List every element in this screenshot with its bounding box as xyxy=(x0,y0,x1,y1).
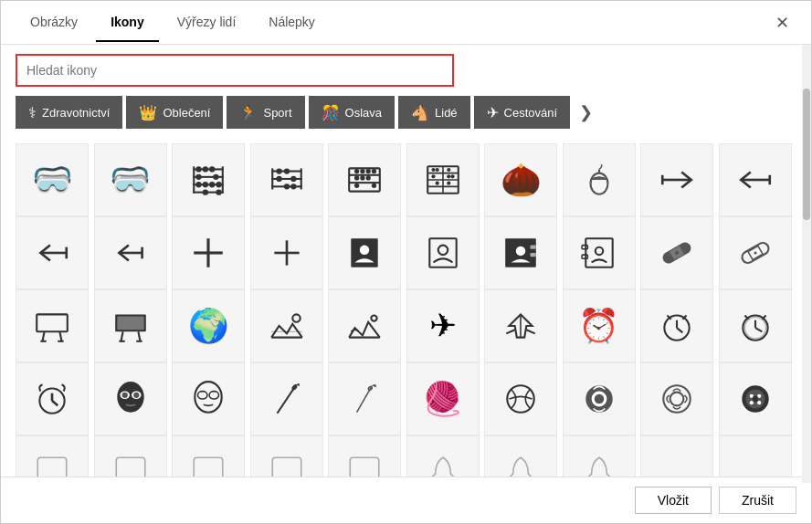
plane-2-icon xyxy=(501,307,540,345)
lide-icon: 🐴 xyxy=(411,104,429,121)
icon-cell[interactable] xyxy=(94,435,167,477)
close-button[interactable]: ✕ xyxy=(768,9,796,37)
category-lide[interactable]: 🐴 Lidé xyxy=(398,96,470,129)
icon-cell[interactable] xyxy=(172,435,245,477)
category-sport[interactable]: 🏃 Sport xyxy=(227,96,304,129)
alien-icon xyxy=(111,380,150,418)
icon-cell[interactable] xyxy=(16,216,89,289)
icon-cell[interactable]: 🌍 xyxy=(172,289,245,362)
tab-images[interactable]: Obrázky xyxy=(16,4,92,42)
icon-cell[interactable] xyxy=(406,216,480,289)
bell-3-icon xyxy=(580,453,618,477)
misc2-icon xyxy=(111,453,150,477)
svg-point-120 xyxy=(121,393,127,398)
icon-cell[interactable] xyxy=(719,435,792,477)
icon-cell[interactable] xyxy=(250,289,323,362)
icon-cell[interactable]: 🥽 xyxy=(94,143,167,216)
svg-point-35 xyxy=(354,175,359,180)
tape-icon xyxy=(580,380,618,418)
icon-cell[interactable] xyxy=(94,362,167,435)
icon-cell[interactable] xyxy=(16,362,89,435)
icon-cell[interactable] xyxy=(484,362,557,435)
svg-rect-145 xyxy=(272,457,301,477)
icon-cell[interactable]: ✈ xyxy=(406,289,480,362)
icon-cell[interactable] xyxy=(719,143,792,216)
icon-cell[interactable] xyxy=(563,216,636,289)
icon-cell[interactable] xyxy=(719,362,792,435)
svg-rect-142 xyxy=(37,457,67,477)
icon-cell[interactable] xyxy=(250,143,323,216)
icon-cell[interactable]: 🌰 xyxy=(484,143,557,216)
icon-cell[interactable] xyxy=(640,435,713,477)
icon-cell[interactable] xyxy=(328,435,401,477)
category-cestovani[interactable]: ✈ Cestování xyxy=(474,96,571,129)
cancel-button[interactable]: Zrušit xyxy=(719,487,796,514)
tab-bar: Obrázky Ikony Výřezy lidí Nálepky ✕ xyxy=(1,1,811,45)
icon-cell[interactable] xyxy=(172,362,245,435)
yarn-2-icon xyxy=(501,380,540,418)
icon-cell[interactable] xyxy=(484,216,557,289)
icon-cell[interactable] xyxy=(640,216,713,289)
svg-point-7 xyxy=(203,166,208,172)
icon-cell[interactable] xyxy=(563,362,636,435)
icon-cell[interactable] xyxy=(406,435,480,477)
icon-cell[interactable] xyxy=(406,143,480,216)
svg-point-53 xyxy=(590,173,607,194)
icon-cell[interactable] xyxy=(640,143,713,216)
search-input[interactable] xyxy=(16,54,454,87)
acorn-icon: 🌰 xyxy=(501,161,540,199)
icon-cell[interactable]: 🧶 xyxy=(406,362,480,435)
icon-cell[interactable] xyxy=(484,289,557,362)
contact-2-icon xyxy=(424,234,462,272)
tab-stickers[interactable]: Nálepky xyxy=(254,4,330,42)
icon-cell[interactable] xyxy=(484,435,557,477)
misc1-icon xyxy=(33,453,71,477)
icon-cell[interactable] xyxy=(563,143,636,216)
svg-point-27 xyxy=(290,183,296,189)
svg-point-38 xyxy=(354,183,359,188)
icon-cell[interactable] xyxy=(16,435,89,477)
category-oslava[interactable]: 🎊 Oslava xyxy=(309,96,395,129)
svg-line-111 xyxy=(755,328,762,331)
icon-cell[interactable] xyxy=(640,362,713,435)
icon-cell[interactable] xyxy=(328,143,401,216)
category-obleceni[interactable]: 👑 Oblečení xyxy=(126,96,223,129)
icon-cell[interactable] xyxy=(328,289,401,362)
svg-point-49 xyxy=(447,174,450,178)
footer: Vložit Zrušit xyxy=(1,477,811,523)
tab-cutouts[interactable]: Výřezy lidí xyxy=(163,4,251,42)
icon-cell[interactable]: ⏰ xyxy=(563,289,636,362)
svg-point-123 xyxy=(197,392,207,399)
icon-cell[interactable]: 🥽 xyxy=(16,143,89,216)
svg-rect-18 xyxy=(271,178,302,180)
icon-cell[interactable] xyxy=(250,216,323,289)
icon-cell[interactable] xyxy=(719,216,792,289)
landscape-2-icon xyxy=(345,307,384,345)
svg-point-47 xyxy=(447,168,450,172)
svg-point-124 xyxy=(209,392,219,399)
icon-cell[interactable] xyxy=(172,143,245,216)
icon-cell[interactable] xyxy=(172,216,245,289)
tab-icons[interactable]: Ikony xyxy=(96,4,159,42)
needle-icon xyxy=(268,380,306,418)
icon-cell[interactable] xyxy=(16,289,89,362)
icon-cell[interactable] xyxy=(563,435,636,477)
icon-cell[interactable] xyxy=(328,216,401,289)
icon-cell[interactable] xyxy=(328,362,401,435)
svg-rect-143 xyxy=(116,457,145,477)
svg-line-105 xyxy=(677,328,682,332)
icon-cell[interactable] xyxy=(94,289,167,362)
scroll-right-button[interactable]: ❯ xyxy=(574,99,598,126)
insert-button[interactable]: Vložit xyxy=(635,487,712,514)
icon-cell[interactable] xyxy=(94,216,167,289)
icon-cell[interactable] xyxy=(640,289,713,362)
icon-cell[interactable] xyxy=(250,435,323,477)
contact-3-icon xyxy=(501,234,540,272)
svg-point-50 xyxy=(450,174,454,178)
category-zdravotnictvi[interactable]: ⚕ Zdravotnictví xyxy=(16,96,122,129)
icon-grid: 🥽 🥽 xyxy=(1,136,811,477)
icon-cell[interactable] xyxy=(250,362,323,435)
alien-2-icon xyxy=(189,380,227,418)
svg-point-14 xyxy=(216,182,221,187)
icon-cell[interactable] xyxy=(719,289,792,362)
